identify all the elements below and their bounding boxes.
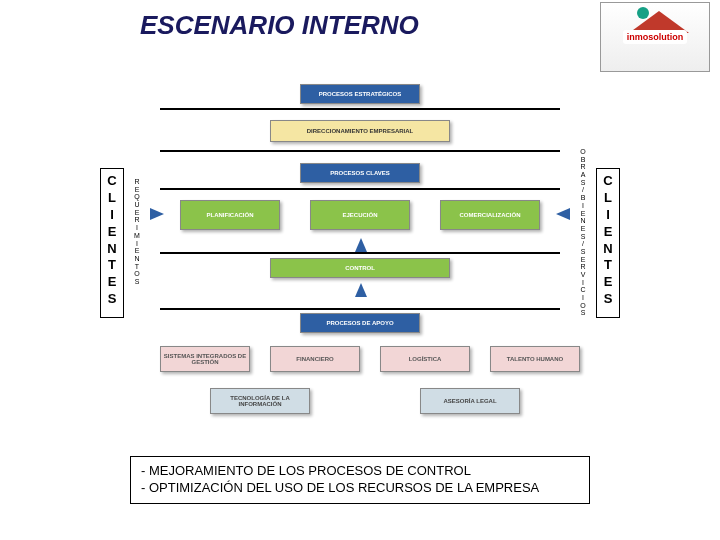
- arrow-in-icon: [150, 208, 164, 220]
- logo-dot-icon: [637, 7, 649, 19]
- divider: [160, 150, 560, 152]
- arrow-out-icon: [556, 208, 570, 220]
- clientes-right: CLIENTES: [596, 168, 620, 318]
- clientes-right-text: CLIENTES: [597, 173, 619, 308]
- box-asesoria: ASESORÍA LEGAL: [420, 388, 520, 414]
- divider: [160, 252, 560, 254]
- box-logistica: LOGÍSTICA: [380, 346, 470, 372]
- box-ejecucion: EJECUCIÓN: [310, 200, 410, 230]
- divider: [160, 308, 560, 310]
- process-diagram: CLIENTES CLIENTES REQUERIMIENTOS OBRAS/B…: [100, 88, 620, 418]
- box-control: CONTROL: [270, 258, 450, 278]
- box-planificacion: PLANIFICACIÓN: [180, 200, 280, 230]
- header-claves: PROCESOS CLAVES: [300, 163, 420, 183]
- footer-line-2: - OPTIMIZACIÓN DEL USO DE LOS RECURSOS D…: [141, 480, 579, 497]
- box-financiero: FINANCIERO: [270, 346, 360, 372]
- box-talento: TALENTO HUMANO: [490, 346, 580, 372]
- requerimientos-label: REQUERIMIENTOS: [130, 178, 144, 286]
- divider: [160, 108, 560, 110]
- logo-text: inmosolution: [623, 30, 688, 44]
- page-title: ESCENARIO INTERNO: [140, 10, 419, 41]
- divider: [160, 188, 560, 190]
- footer-box: - MEJORAMIENTO DE LOS PROCESOS DE CONTRO…: [130, 456, 590, 504]
- header-estrategicos: PROCESOS ESTRATÉGICOS: [300, 84, 420, 104]
- box-direccionamiento: DIRECCIONAMIENTO EMPRESARIAL: [270, 120, 450, 142]
- logo: inmosolution: [600, 2, 710, 72]
- arrow-up-icon: [355, 283, 367, 297]
- footer-line-1: - MEJORAMIENTO DE LOS PROCESOS DE CONTRO…: [141, 463, 579, 480]
- box-sig: SISTEMAS INTEGRADOS DE GESTIÓN: [160, 346, 250, 372]
- box-tecnologia: TECNOLOGÍA DE LA INFORMACIÓN: [210, 388, 310, 414]
- obras-label: OBRAS/BIENES/SERVICIOS: [576, 148, 590, 317]
- arrow-up-icon: [355, 238, 367, 252]
- box-comercializacion: COMERCIALIZACIÓN: [440, 200, 540, 230]
- header-apoyo: PROCESOS DE APOYO: [300, 313, 420, 333]
- clientes-left: CLIENTES: [100, 168, 124, 318]
- clientes-left-text: CLIENTES: [101, 173, 123, 308]
